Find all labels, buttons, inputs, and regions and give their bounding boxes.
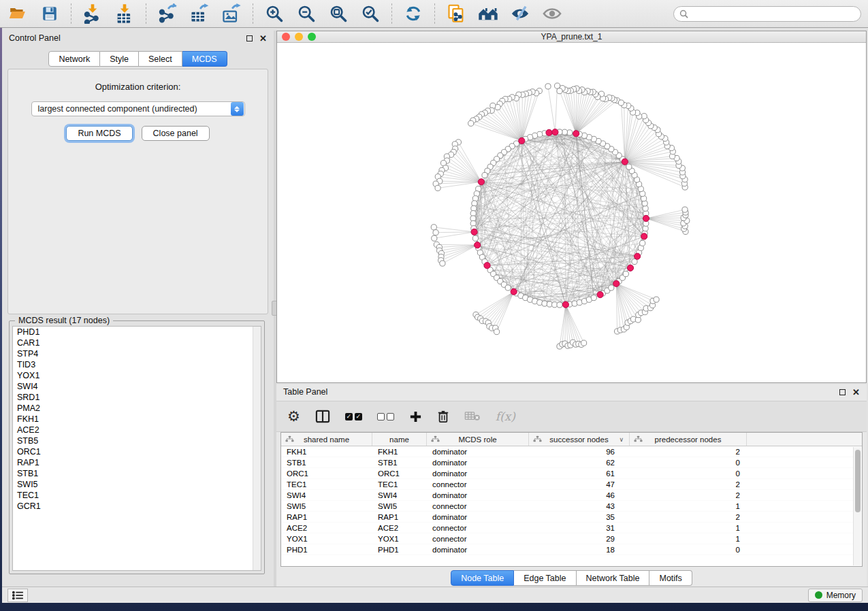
- column-header-predecessor-nodes[interactable]: predecessor nodes: [630, 433, 747, 446]
- ring-node[interactable]: [557, 302, 562, 308]
- cell-role[interactable]: connector: [427, 502, 529, 510]
- cell-succ[interactable]: 31: [529, 524, 630, 532]
- cell-role[interactable]: dominator: [427, 448, 529, 456]
- table-row[interactable]: SWI5SWI5connector431: [281, 501, 862, 512]
- cell-pred[interactable]: 1: [630, 502, 747, 510]
- cell-name[interactable]: PHD1: [372, 546, 427, 554]
- criterion-dropdown[interactable]: largest connected component (undirected): [31, 101, 245, 116]
- tab-edge-table[interactable]: Edge Table: [514, 570, 576, 586]
- cell-succ[interactable]: 47: [529, 480, 630, 489]
- mcds-result-item[interactable]: SWI5: [13, 479, 261, 490]
- leaf-node[interactable]: [545, 84, 551, 89]
- leaf-node[interactable]: [440, 261, 445, 266]
- cell-role[interactable]: dominator: [427, 546, 529, 554]
- zoom-fit-icon[interactable]: [327, 3, 349, 24]
- mcds-result-item[interactable]: CAR1: [13, 337, 261, 348]
- cell-shared_name[interactable]: ACE2: [281, 524, 372, 532]
- select-all-columns-icon[interactable]: ✓✓: [345, 406, 362, 427]
- network-graph[interactable]: [277, 43, 866, 382]
- mcds-result-item[interactable]: STB1: [13, 468, 261, 479]
- leaf-node[interactable]: [682, 207, 688, 212]
- mcds-result-item[interactable]: STP4: [13, 348, 261, 359]
- cell-pred[interactable]: 2: [630, 491, 747, 499]
- zoom-out-icon[interactable]: [295, 3, 317, 24]
- cell-succ[interactable]: 43: [529, 502, 630, 510]
- cell-pred[interactable]: 2: [630, 480, 747, 489]
- first-neighbors-icon[interactable]: [477, 3, 499, 24]
- table-row[interactable]: STB1STB1dominator620: [281, 457, 862, 468]
- ring-node[interactable]: [591, 295, 596, 301]
- column-header-successor-nodes[interactable]: successor nodes∨: [529, 433, 630, 446]
- mcds-hub-node[interactable]: [562, 301, 568, 308]
- mcds-hub-node[interactable]: [511, 288, 517, 295]
- float-table-panel-button[interactable]: [839, 389, 846, 395]
- ring-node[interactable]: [472, 235, 478, 241]
- apply-layout-icon[interactable]: [402, 3, 424, 24]
- ring-node[interactable]: [542, 301, 547, 306]
- mcds-result-item[interactable]: ACE2: [13, 425, 261, 435]
- close-panel-button[interactable]: ✕: [259, 35, 267, 42]
- memory-button[interactable]: Memory: [808, 589, 863, 602]
- cell-role[interactable]: connector: [427, 480, 529, 489]
- import-table-icon[interactable]: [114, 3, 135, 24]
- leaf-node[interactable]: [494, 329, 500, 335]
- leaf-node[interactable]: [433, 230, 438, 235]
- mcds-hub-node[interactable]: [475, 242, 481, 248]
- hide-selected-icon[interactable]: [509, 3, 531, 24]
- mcds-hub-node[interactable]: [546, 129, 552, 135]
- tab-network-table[interactable]: Network Table: [577, 570, 650, 586]
- tab-node-table[interactable]: Node Table: [451, 570, 514, 586]
- cell-succ[interactable]: 46: [529, 491, 630, 499]
- mcds-result-item[interactable]: TEC1: [13, 490, 261, 501]
- mcds-result-list[interactable]: PHD1CAR1STP4TID3YOX1SWI4SRD1PMA2FKH1ACE2…: [12, 326, 261, 571]
- cell-role[interactable]: dominator: [427, 513, 529, 521]
- cell-shared_name[interactable]: PHD1: [281, 546, 372, 554]
- run-mcds-button[interactable]: Run MCDS: [66, 126, 132, 141]
- ring-node[interactable]: [505, 285, 511, 291]
- network-canvas[interactable]: [277, 43, 866, 382]
- close-table-panel-button[interactable]: ✕: [852, 389, 860, 395]
- column-header-MCDS-role[interactable]: MCDS role: [427, 433, 529, 446]
- mcds-result-item[interactable]: GCR1: [13, 501, 261, 512]
- table-options-icon[interactable]: ⚙: [287, 406, 300, 427]
- mcds-result-item[interactable]: RAP1: [13, 457, 261, 468]
- ring-node[interactable]: [626, 164, 632, 169]
- mcds-hub-node[interactable]: [613, 280, 620, 286]
- mcds-result-item[interactable]: FKH1: [13, 414, 261, 425]
- table-row[interactable]: SWI4SWI4dominator462: [281, 490, 862, 501]
- mcds-hub-node[interactable]: [484, 263, 490, 269]
- cell-shared_name[interactable]: STB1: [281, 459, 372, 467]
- cell-shared_name[interactable]: YOX1: [281, 535, 372, 543]
- cell-shared_name[interactable]: RAP1: [281, 513, 372, 521]
- table-row[interactable]: RAP1RAP1dominator352: [281, 512, 862, 523]
- cell-shared_name[interactable]: ORC1: [281, 469, 372, 478]
- leaf-node[interactable]: [581, 340, 587, 346]
- cell-pred[interactable]: 0: [630, 469, 747, 478]
- mcds-hub-node[interactable]: [627, 265, 633, 271]
- cell-role[interactable]: dominator: [427, 469, 529, 478]
- cell-name[interactable]: STB1: [372, 459, 427, 467]
- ring-node[interactable]: [482, 172, 487, 178]
- cell-role[interactable]: connector: [427, 524, 529, 532]
- cell-succ[interactable]: 96: [529, 448, 630, 456]
- table-row[interactable]: PHD1PHD1dominator180: [281, 544, 862, 555]
- cell-name[interactable]: RAP1: [372, 513, 427, 521]
- cell-pred[interactable]: 0: [630, 546, 747, 554]
- tab-network[interactable]: Network: [48, 51, 100, 67]
- show-all-icon[interactable]: [541, 3, 563, 24]
- mcds-result-item[interactable]: ORC1: [13, 446, 261, 457]
- mcds-result-item[interactable]: YOX1: [13, 370, 261, 381]
- save-session-icon[interactable]: [39, 3, 61, 24]
- mcds-hub-node[interactable]: [634, 253, 641, 259]
- mcds-hub-node[interactable]: [597, 292, 603, 298]
- import-network-icon[interactable]: [82, 3, 103, 24]
- mcds-hub-node[interactable]: [478, 179, 484, 185]
- column-header-shared-name[interactable]: shared name: [281, 433, 372, 446]
- leaf-node[interactable]: [654, 297, 659, 302]
- leaf-node[interactable]: [431, 225, 436, 230]
- cell-name[interactable]: ORC1: [372, 469, 427, 478]
- tab-mcds[interactable]: MCDS: [182, 51, 227, 67]
- cell-pred[interactable]: 1: [630, 535, 747, 543]
- leaf-node[interactable]: [618, 100, 624, 105]
- cell-succ[interactable]: 62: [529, 459, 630, 467]
